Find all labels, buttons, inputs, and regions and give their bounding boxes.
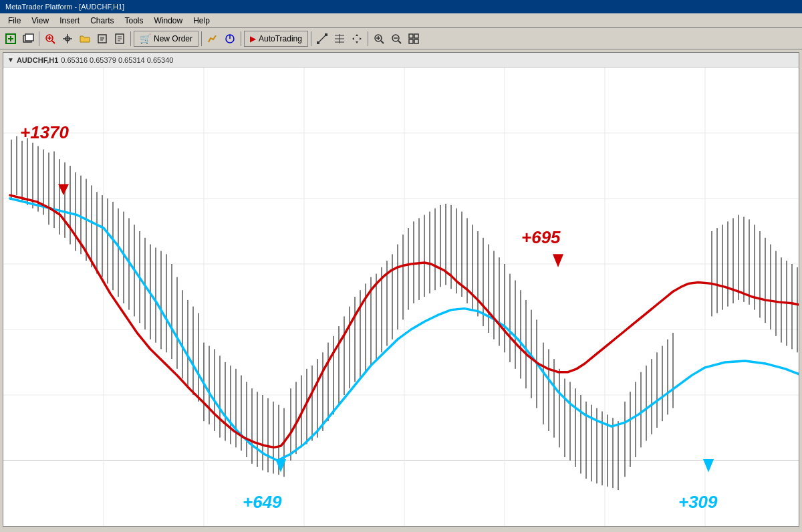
autotrading-button[interactable]: ▶ AutoTrading xyxy=(244,31,308,47)
svg-rect-39 xyxy=(414,39,418,43)
separator-3 xyxy=(201,31,202,46)
svg-rect-38 xyxy=(409,39,413,43)
menu-window[interactable]: Window xyxy=(149,15,188,27)
menu-bar: File View Insert Charts Tools Window Hel… xyxy=(0,13,802,28)
menu-tools[interactable]: Tools xyxy=(120,15,149,27)
chart-header: ▼ AUDCHF,H1 0.65316 0.65379 0.65314 0.65… xyxy=(3,53,799,68)
properties-button[interactable] xyxy=(94,31,110,47)
new-order-icon: 🛒 xyxy=(140,33,151,44)
signal-309-text: +309 xyxy=(678,493,718,511)
menu-file[interactable]: File xyxy=(3,15,26,27)
svg-line-6 xyxy=(52,41,55,43)
fibonacci-button[interactable] xyxy=(331,31,348,47)
zoom-in-toolbar-button[interactable] xyxy=(42,31,58,47)
chart-window-button[interactable] xyxy=(20,31,36,47)
menu-help[interactable]: Help xyxy=(188,15,215,27)
symbol-arrow: ▼ xyxy=(7,56,14,63)
history-button[interactable] xyxy=(112,31,128,47)
separator-4 xyxy=(241,31,241,46)
chart-layout-button[interactable] xyxy=(406,31,422,47)
chart-container[interactable]: ▼ AUDCHF,H1 0.65316 0.65379 0.65314 0.65… xyxy=(3,52,799,527)
new-chart-button[interactable] xyxy=(3,31,19,47)
svg-rect-4 xyxy=(25,34,33,41)
autotrading-label: AutoTrading xyxy=(259,34,302,43)
chart-prices: 0.65316 0.65379 0.65314 0.65340 xyxy=(61,56,173,64)
svg-rect-37 xyxy=(414,34,418,38)
move-button[interactable] xyxy=(349,31,365,47)
separator-2 xyxy=(130,31,131,46)
folder-button[interactable] xyxy=(77,31,93,47)
menu-insert[interactable]: Insert xyxy=(54,15,85,27)
svg-line-34 xyxy=(398,41,401,43)
separator-1 xyxy=(39,31,39,46)
signal-649-text: +649 xyxy=(243,493,282,511)
signal-695-text: +695 xyxy=(521,228,561,247)
indicators-button[interactable] xyxy=(222,31,238,47)
chart-type-button[interactable] xyxy=(205,31,221,47)
toolbar: 🛒 New Order ▶ AutoTrading xyxy=(0,28,802,49)
zoom-out-button[interactable] xyxy=(388,31,404,47)
title-text: MetaTrader Platform - [AUDCHF,H1] xyxy=(5,3,124,11)
title-bar: MetaTrader Platform - [AUDCHF,H1] xyxy=(0,0,802,13)
svg-rect-24 xyxy=(325,33,327,36)
separator-5 xyxy=(311,31,311,46)
zoom-in-button[interactable] xyxy=(371,31,387,47)
chart-symbol: AUDCHF,H1 xyxy=(17,56,58,64)
menu-charts[interactable]: Charts xyxy=(85,15,119,27)
new-order-label: New Order xyxy=(154,34,192,43)
signal-1370-text: +1370 xyxy=(20,123,70,142)
svg-line-30 xyxy=(381,41,384,43)
svg-rect-23 xyxy=(317,41,319,44)
svg-rect-40 xyxy=(3,68,799,526)
svg-rect-36 xyxy=(409,34,413,38)
separator-6 xyxy=(368,31,368,46)
autotrading-icon: ▶ xyxy=(250,34,256,43)
new-order-button[interactable]: 🛒 New Order xyxy=(134,31,198,47)
chart-svg: +1370 +649 +695 +309 xyxy=(3,68,799,526)
menu-view[interactable]: View xyxy=(26,15,54,27)
crosshair-button[interactable] xyxy=(59,31,76,47)
line-studies-button[interactable] xyxy=(314,31,330,47)
